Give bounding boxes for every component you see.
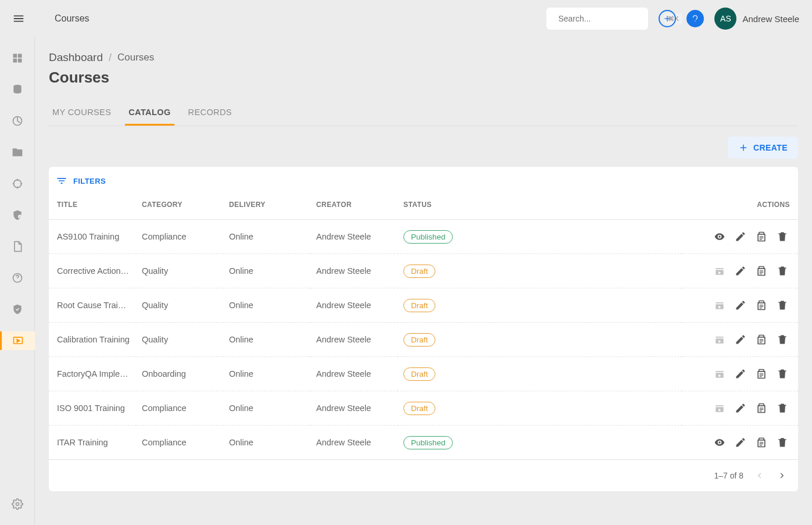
row-action-assign[interactable] (754, 366, 769, 381)
cell-delivery: Online (223, 254, 310, 288)
row-action-assign[interactable] (754, 435, 769, 450)
row-action-assign[interactable] (754, 332, 769, 347)
col-category[interactable]: CATEGORY (136, 190, 223, 220)
row-action-publish[interactable] (712, 401, 727, 416)
cell-delivery: Online (223, 391, 310, 426)
sidebar-item-shield[interactable] (0, 300, 35, 319)
edit-icon (735, 437, 746, 448)
trash-icon (777, 231, 788, 242)
row-action-edit[interactable] (733, 332, 748, 347)
filters-label: FILTERS (73, 177, 106, 185)
filters-button[interactable]: FILTERS (49, 167, 798, 190)
row-action-publish[interactable] (712, 298, 727, 313)
tabs: MY COURSES CATALOG RECORDS (49, 102, 798, 126)
sidebar-item-dashboard[interactable] (0, 49, 35, 67)
col-delivery[interactable]: DELIVERY (223, 190, 310, 220)
row-action-delete[interactable] (775, 298, 790, 313)
row-action-view[interactable] (712, 435, 727, 450)
row-action-delete[interactable] (775, 401, 790, 416)
status-badge: Draft (403, 333, 435, 347)
row-action-edit[interactable] (733, 401, 748, 416)
col-creator[interactable]: CREATOR (310, 190, 398, 220)
row-action-publish[interactable] (712, 263, 727, 278)
table-row: Corrective Action Tr…QualityOnlineAndrew… (49, 254, 798, 288)
sidebar-item-data[interactable] (0, 80, 35, 99)
row-action-edit[interactable] (733, 298, 748, 313)
cell-creator: Andrew Steele (310, 288, 398, 323)
table-row: Calibration TrainingQualityOnlineAndrew … (49, 323, 798, 357)
col-actions: ACTIONS (682, 190, 798, 220)
avatar[interactable]: AS (714, 8, 736, 30)
cell-status: Draft (398, 357, 682, 391)
create-button[interactable]: CREATE (728, 137, 798, 159)
row-action-delete[interactable] (775, 435, 790, 450)
menu-toggle[interactable] (8, 8, 29, 29)
status-badge: Draft (403, 367, 435, 381)
user-name: Andrew Steele (742, 14, 799, 24)
help-button[interactable] (686, 10, 704, 27)
pagination-prev[interactable] (754, 470, 767, 481)
tab-catalog[interactable]: CATALOG (125, 102, 174, 126)
sidebar-item-target[interactable] (0, 174, 35, 193)
folder-icon (12, 147, 23, 158)
row-action-edit[interactable] (733, 229, 748, 244)
sidebar-item-courses[interactable] (0, 331, 35, 350)
svg-point-7 (16, 503, 19, 506)
edit-icon (735, 402, 746, 414)
document-icon (12, 241, 23, 252)
sidebar-item-analytics[interactable] (0, 112, 35, 130)
cell-actions (682, 357, 798, 391)
row-action-edit[interactable] (733, 263, 748, 278)
row-action-publish[interactable] (712, 332, 727, 347)
top-title: Courses (55, 13, 90, 24)
breadcrumb-root[interactable]: Dashboard (49, 51, 103, 64)
row-action-assign[interactable] (754, 263, 769, 278)
gear-icon (12, 498, 23, 510)
row-action-delete[interactable] (775, 263, 790, 278)
tab-my-courses[interactable]: MY COURSES (49, 102, 115, 126)
row-action-delete[interactable] (775, 366, 790, 381)
edit-icon (735, 299, 746, 311)
cell-delivery: Online (223, 357, 310, 391)
row-action-publish[interactable] (712, 366, 727, 381)
cell-creator: Andrew Steele (310, 426, 398, 460)
clipboard-icon (756, 402, 767, 414)
cell-category: Quality (136, 288, 223, 323)
cell-category: Compliance (136, 220, 223, 254)
cell-delivery: Online (223, 220, 310, 254)
row-action-delete[interactable] (775, 332, 790, 347)
courses-card: FILTERS TITLE CATEGORY DELIVERY C (49, 167, 798, 491)
sidebar-item-shield-alert[interactable]: i (0, 206, 35, 224)
cell-status: Draft (398, 391, 682, 426)
cell-title: AS9100 Training (49, 220, 136, 254)
row-action-assign[interactable] (754, 298, 769, 313)
row-action-view[interactable] (712, 229, 727, 244)
cell-creator: Andrew Steele (310, 254, 398, 288)
row-action-delete[interactable] (775, 229, 790, 244)
row-action-edit[interactable] (733, 366, 748, 381)
cell-title: FactoryQA Impleme… (49, 357, 136, 391)
search-input[interactable] (558, 14, 660, 23)
pagination-next[interactable] (777, 470, 790, 481)
col-title[interactable]: TITLE (49, 190, 136, 220)
tab-records[interactable]: RECORDS (185, 102, 235, 126)
row-action-assign[interactable] (754, 401, 769, 416)
publish-icon (714, 402, 725, 414)
cell-delivery: Online (223, 426, 310, 460)
row-action-edit[interactable] (733, 435, 748, 450)
sidebar-item-settings[interactable] (0, 495, 35, 513)
cell-status: Draft (398, 323, 682, 357)
cell-title: ITAR Training (49, 426, 136, 460)
cell-actions (682, 288, 798, 323)
add-button[interactable] (659, 10, 676, 27)
row-action-assign[interactable] (754, 229, 769, 244)
sidebar-item-help[interactable] (0, 269, 35, 287)
cell-category: Quality (136, 323, 223, 357)
sidebar-item-folder[interactable] (0, 143, 35, 162)
pagination-range: 1–7 of 8 (714, 471, 743, 480)
sidebar-item-document[interactable] (0, 237, 35, 256)
search-box[interactable]: ⌘K (546, 8, 648, 30)
chart-icon (12, 115, 23, 127)
col-status[interactable]: STATUS (398, 190, 682, 220)
trash-icon (777, 334, 788, 345)
